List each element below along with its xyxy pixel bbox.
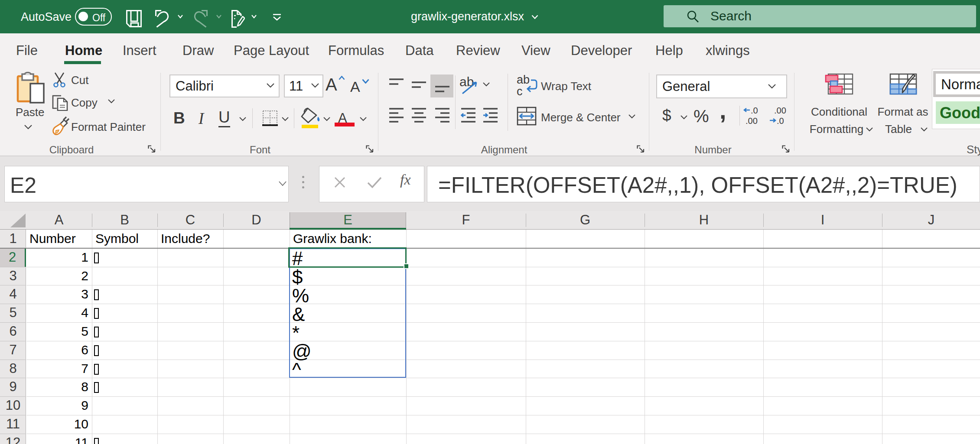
svg-text:ab: ab bbox=[517, 75, 530, 86]
svg-text:c: c bbox=[517, 85, 523, 97]
svg-text:.00: .00 bbox=[746, 116, 758, 126]
svg-text:.0: .0 bbox=[751, 106, 758, 115]
svg-text:.00: .00 bbox=[774, 106, 786, 115]
svg-text:.0: .0 bbox=[777, 116, 784, 126]
